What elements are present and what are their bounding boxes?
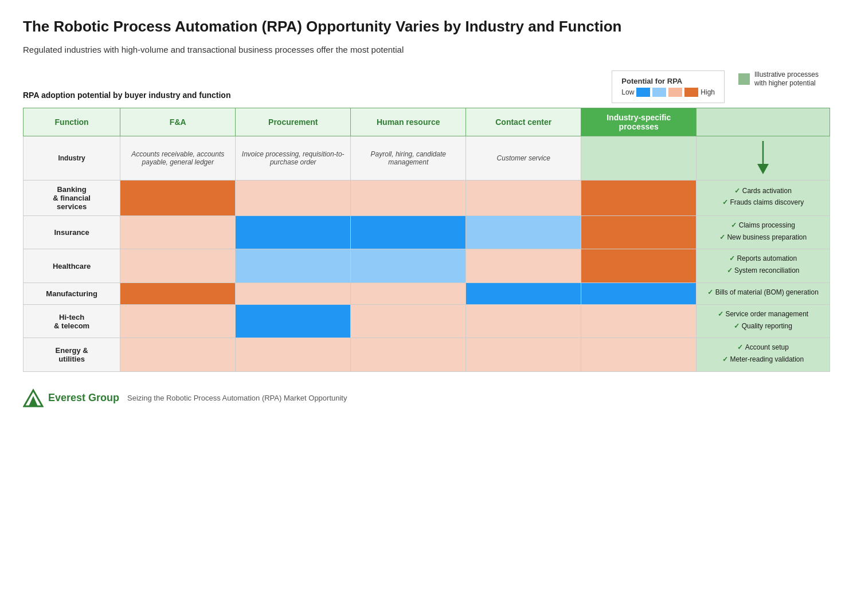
cell-energy-contact xyxy=(466,338,581,372)
cell-healthcare-hr xyxy=(351,249,466,283)
footer: Everest Group Seizing the Robotic Proces… xyxy=(23,388,830,409)
legend-box: Potential for RPA Low High xyxy=(612,70,725,103)
col-procurement: Procurement xyxy=(236,108,351,136)
cell-banking-hr xyxy=(351,180,466,215)
cell-energy-hr xyxy=(351,338,466,372)
cell-hitech-contact xyxy=(466,304,581,338)
cell-banking-industry xyxy=(581,180,697,215)
table-row: Banking& financialservices Cards activat… xyxy=(24,180,830,215)
table-row: Healthcare Reports automation System rec… xyxy=(24,249,830,283)
cell-manufacturing-procurement xyxy=(236,283,351,304)
table-row: Hi-tech& telecom Service order managemen… xyxy=(24,304,830,338)
orange-swatch xyxy=(684,88,698,97)
col-industry-specific: Industry-specific processes xyxy=(581,108,697,136)
industry-contact: Customer service xyxy=(466,136,581,180)
industry-specific-sub xyxy=(581,136,697,180)
cell-manufacturing-hr xyxy=(351,283,466,304)
svg-marker-1 xyxy=(757,164,769,174)
cell-manufacturing-processes: Bills of material (BOM) generation xyxy=(697,283,830,304)
cell-hitech-industry xyxy=(581,304,697,338)
table-row: Energy &utilities Account setup Meter-re… xyxy=(24,338,830,372)
col-contact-center: Contact center xyxy=(466,108,581,136)
industry-processes-sub xyxy=(697,136,830,180)
cell-insurance-procurement xyxy=(236,215,351,249)
cell-manufacturing-contact xyxy=(466,283,581,304)
cell-banking-procurement xyxy=(236,180,351,215)
col-human-resource: Human resource xyxy=(351,108,466,136)
col-fa: F&A xyxy=(120,108,236,136)
industry-subheader-row: Industry Accounts receivable, accounts p… xyxy=(24,136,830,180)
cell-energy-procurement xyxy=(236,338,351,372)
logo-name: Everest Group xyxy=(48,392,119,404)
page-title: The Robotic Process Automation (RPA) Opp… xyxy=(23,17,830,37)
row-label-hitech: Hi-tech& telecom xyxy=(24,304,120,338)
cell-insurance-fa xyxy=(120,215,236,249)
adoption-label: RPA adoption potential by buyer industry… xyxy=(23,91,230,103)
cell-banking-contact xyxy=(466,180,581,215)
col-function: Function xyxy=(24,108,120,136)
cell-energy-processes: Account setup Meter-reading validation xyxy=(697,338,830,372)
cell-energy-fa xyxy=(120,338,236,372)
light-blue-swatch xyxy=(652,88,666,97)
green-swatch xyxy=(738,73,750,85)
cell-hitech-fa xyxy=(120,304,236,338)
high-label: High xyxy=(701,88,715,96)
logo-icon xyxy=(23,388,44,409)
row-label-insurance: Insurance xyxy=(24,215,120,249)
cell-insurance-hr xyxy=(351,215,466,249)
cell-insurance-industry xyxy=(581,215,697,249)
row-label-manufacturing: Manufacturing xyxy=(24,283,120,304)
cell-healthcare-procurement xyxy=(236,249,351,283)
light-orange-swatch xyxy=(668,88,682,97)
cell-insurance-processes: Claims processing New business preparati… xyxy=(697,215,830,249)
table-row: Manufacturing Bills of material (BOM) ge… xyxy=(24,283,830,304)
legend-title: Potential for RPA xyxy=(621,77,715,85)
logo: Everest Group xyxy=(23,388,119,409)
cell-banking-processes: Cards activation Frauds claims discovery xyxy=(697,180,830,215)
table-row: Insurance Claims processing New business… xyxy=(24,215,830,249)
industry-procurement: Invoice processing, requisition-to-purch… xyxy=(236,136,351,180)
cell-manufacturing-fa xyxy=(120,283,236,304)
row-label-energy: Energy &utilities xyxy=(24,338,120,372)
footer-tagline: Seizing the Robotic Process Automation (… xyxy=(127,394,347,402)
row-label-healthcare: Healthcare xyxy=(24,249,120,283)
industry-label: Industry xyxy=(24,136,120,180)
cell-healthcare-industry xyxy=(581,249,697,283)
col-processes xyxy=(697,108,830,136)
main-table: Function F&A Procurement Human resource … xyxy=(23,108,830,372)
legend-colors: Low High xyxy=(621,88,715,97)
subtitle: Regulated industries with high-volume an… xyxy=(23,45,830,54)
arrow-icon xyxy=(752,141,774,175)
cell-hitech-procurement xyxy=(236,304,351,338)
industry-hr: Payroll, hiring, candidate management xyxy=(351,136,466,180)
row-label-banking: Banking& financialservices xyxy=(24,180,120,215)
table-wrapper: Function F&A Procurement Human resource … xyxy=(23,108,830,372)
dark-blue-swatch xyxy=(636,88,650,97)
everest-logo-svg xyxy=(23,388,44,409)
cell-healthcare-contact xyxy=(466,249,581,283)
cell-insurance-contact xyxy=(466,215,581,249)
industry-fa: Accounts receivable, accounts payable, g… xyxy=(120,136,236,180)
cell-energy-industry xyxy=(581,338,697,372)
header-row: Function F&A Procurement Human resource … xyxy=(24,108,830,136)
cell-healthcare-fa xyxy=(120,249,236,283)
legend-illustrative: Illustrative processes with higher poten… xyxy=(738,70,830,88)
cell-banking-fa xyxy=(120,180,236,215)
cell-manufacturing-industry xyxy=(581,283,697,304)
cell-healthcare-processes: Reports automation System reconciliation xyxy=(697,249,830,283)
low-label: Low xyxy=(621,88,634,96)
cell-hitech-processes: Service order management Quality reporti… xyxy=(697,304,830,338)
cell-hitech-hr xyxy=(351,304,466,338)
illustrative-label: Illustrative processes with higher poten… xyxy=(754,70,830,88)
